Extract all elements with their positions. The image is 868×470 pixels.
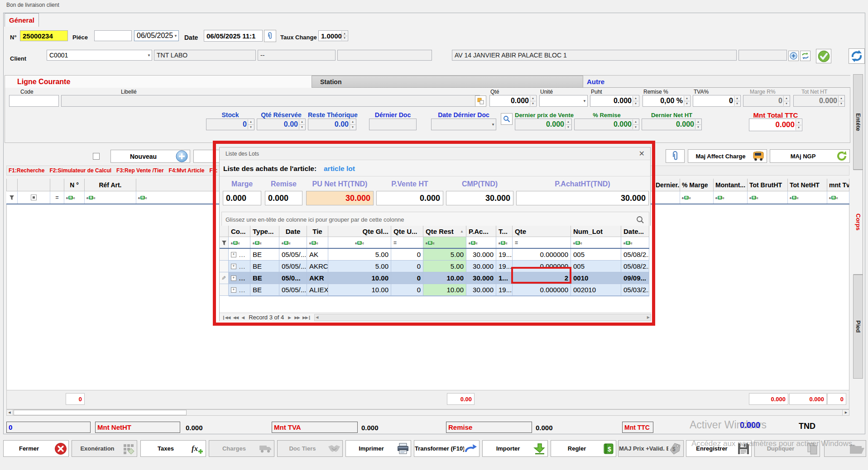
main-grid-col-header[interactable]: % Marge <box>680 179 714 191</box>
toolbar-button-regler[interactable]: Regler$ <box>551 440 616 457</box>
abc-filter-icon[interactable]: aBc <box>86 196 96 199</box>
main-grid-filter-cell[interactable]: aBc <box>788 191 827 204</box>
nouveau-button[interactable]: Nouveau <box>110 150 190 163</box>
tot-net-ht-label: Tot Net HT <box>801 89 827 95</box>
tva-label: TVA% <box>694 89 709 95</box>
article-lookup-button[interactable] <box>475 95 486 107</box>
tab-autre[interactable]: Autre <box>583 76 850 88</box>
toolbar-button-label: Transformer (F10) <box>414 445 464 452</box>
validate-client-button[interactable] <box>816 49 831 63</box>
client-refresh-button[interactable] <box>800 51 810 61</box>
search-price-button[interactable] <box>501 113 513 125</box>
search-icon <box>503 115 510 123</box>
maj-ngp-button[interactable]: MAj NGP <box>770 149 850 163</box>
abc-filter-icon[interactable]: aBc <box>138 196 147 199</box>
remise-pct-field[interactable]: 0,00 % ▲▼ <box>643 95 691 107</box>
grid-footer-field: 0.00 <box>447 393 475 405</box>
main-grid-filter-cell[interactable]: aBc <box>680 191 714 204</box>
abc-filter-icon[interactable]: aBc <box>682 196 691 199</box>
client-add-button[interactable] <box>788 51 799 61</box>
main-grid-filter-cell[interactable] <box>18 191 50 204</box>
reste-theorique-label: Reste Théorique <box>308 111 356 119</box>
n-field[interactable]: 25000234 <box>20 30 68 41</box>
abc-filter-icon[interactable]: aBc <box>749 196 758 199</box>
abc-filter-icon[interactable]: aBc <box>66 196 75 199</box>
main-grid-col-header[interactable]: N ° <box>64 179 85 191</box>
equals-filter-icon[interactable]: = <box>55 195 58 201</box>
spinner[interactable]: ▲▼ <box>341 31 347 40</box>
piece-field[interactable] <box>94 30 132 41</box>
main-grid-filter-cell[interactable]: aBc <box>827 191 849 204</box>
qte-field[interactable]: 0.000 ▲▼ <box>489 95 537 107</box>
puht-field[interactable]: 0.000 ▲▼ <box>590 95 639 107</box>
svg-text:fx: fx <box>192 444 198 453</box>
main-grid-filter-cell[interactable]: aBc <box>85 191 136 204</box>
toolbar-button-exon-ration[interactable]: Exonération <box>72 440 137 457</box>
scrollbar-thumb[interactable] <box>14 410 187 415</box>
main-grid-col-header[interactable]: Dernier... <box>654 179 680 191</box>
main-grid-col-header[interactable]: Tot NetHT <box>788 179 827 191</box>
client-combo[interactable]: C0001 ▼ <box>47 50 152 61</box>
ligne-courante-title: Ligne Courante <box>17 78 70 86</box>
n-label: N° <box>10 34 17 41</box>
windows-watermark-line1: Activer Windows <box>690 419 767 431</box>
taux-change-label: Taux Change <box>280 34 317 41</box>
abc-filter-icon[interactable]: aBc <box>829 196 838 199</box>
main-grid-col-header[interactable]: Réf Art. <box>85 179 136 191</box>
chevron-down-icon: ▼ <box>174 34 177 38</box>
main-grid-col-header[interactable] <box>18 179 50 191</box>
toolbar-button-importer[interactable]: Importer <box>482 440 548 457</box>
main-grid-col-header[interactable] <box>50 179 64 191</box>
windows-watermark-line2: Accédez aux paramètres pour activer Wind… <box>691 439 854 448</box>
checkbox-filter-icon[interactable] <box>31 195 37 200</box>
toolbar-button-maj-prix-valid-ent[interactable]: MAJ Prix +Valid. Ent$ <box>618 440 684 457</box>
taux-change-field[interactable]: 1.0000 ▲▼ <box>318 30 348 41</box>
unite-label: Unité <box>540 89 553 95</box>
sync-button[interactable] <box>849 48 865 64</box>
spinner[interactable]: ▲▼ <box>633 96 638 106</box>
truck-icon <box>259 443 273 454</box>
main-grid-filter-cell[interactable]: aBc <box>714 191 748 204</box>
main-grid-col-header[interactable] <box>6 179 18 191</box>
abc-filter-icon[interactable]: aBc <box>715 196 724 199</box>
scroll-right-arrow[interactable]: ▶ <box>842 409 849 416</box>
side-tab-entete[interactable]: Entéte <box>853 74 863 170</box>
main-grid-col-header[interactable]: Montant... <box>714 179 748 191</box>
toolbar-button-taxes[interactable]: Taxesfx <box>140 440 206 457</box>
row-checkbox[interactable] <box>93 153 100 160</box>
side-tab-corps[interactable]: Corps <box>853 170 863 275</box>
main-grid-filter-cell[interactable]: aBc <box>64 191 85 204</box>
main-grid-col-header[interactable]: Tot BrutHT <box>748 179 788 191</box>
spinner[interactable]: ▲▼ <box>530 96 536 106</box>
funnel-icon <box>9 195 14 200</box>
side-tab-pied[interactable]: Pied <box>853 275 863 379</box>
main-grid-col-header[interactable]: mnt Tva <box>827 179 849 191</box>
tab-general[interactable]: Géneral <box>5 13 39 27</box>
spinner[interactable]: ▲▼ <box>734 96 740 106</box>
main-grid-filter-cell[interactable]: aBc <box>748 191 788 204</box>
date-combo[interactable]: 06/05/2025 ▼ <box>134 30 179 41</box>
tab-station[interactable]: Station <box>312 76 583 88</box>
main-grid-filter-cell[interactable]: = <box>50 191 64 204</box>
main-grid-filter-cell[interactable] <box>6 191 18 204</box>
annotation-qte-cell-highlight <box>511 267 571 284</box>
toolbar-button-fermer[interactable]: Fermer <box>3 440 69 457</box>
remise-label-box: Remise <box>446 422 532 433</box>
unite-combo[interactable]: ▼ <box>539 95 588 107</box>
scroll-left-arrow[interactable]: ◀ <box>6 409 13 416</box>
spinner[interactable]: ▲▼ <box>684 96 690 106</box>
chevron-down-icon: ▼ <box>147 53 151 57</box>
attach-header-button[interactable] <box>264 30 276 42</box>
attach-line-button[interactable] <box>666 149 685 163</box>
maj-affect-charge-button[interactable]: Maj Affect Charge <box>688 149 767 163</box>
main-grid-filter-cell[interactable] <box>654 191 680 204</box>
qte-label: Qté <box>490 89 499 95</box>
toolbar-button-imprimer[interactable]: Imprimer <box>345 440 411 457</box>
abc-filter-icon[interactable]: aBc <box>790 196 799 199</box>
code-field[interactable] <box>9 95 59 107</box>
exo-icon <box>123 443 135 455</box>
tva-field[interactable]: 0 ▲▼ <box>693 95 741 107</box>
toolbar-button-transformer-f10[interactable]: Transformer (F10) <box>414 440 480 457</box>
datetime-field[interactable]: 06/05/2025 11:1 <box>204 30 263 42</box>
toolbar-button-label: Charges <box>209 445 259 452</box>
